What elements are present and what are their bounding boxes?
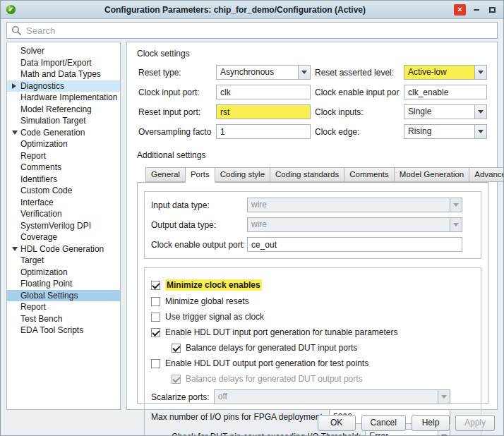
sidebar-item-hdl-optimization[interactable]: Optimization bbox=[7, 267, 120, 279]
sidebar-item-label: Math and Data Types bbox=[20, 69, 101, 79]
sidebar-item-model-referencing[interactable]: Model Referencing bbox=[7, 104, 120, 116]
settings-tabs: General Ports Coding style Coding standa… bbox=[145, 167, 488, 182]
sidebar-item-hdl-code-generation[interactable]: HDL Code Generation bbox=[7, 243, 120, 255]
tab-ports[interactable]: Ports bbox=[185, 167, 215, 183]
sidebar-item-code-generation[interactable]: Code Generation bbox=[7, 127, 120, 139]
enable-dut-output-port-label[interactable]: Enable HDL DUT output port generation fo… bbox=[165, 358, 368, 368]
use-trigger-signal-label[interactable]: Use trigger signal as clock bbox=[165, 312, 264, 322]
sidebar-item-systemverilog-dpi[interactable]: SystemVerilog DPI bbox=[7, 220, 120, 232]
minimize-global-resets-option: Minimize global resets bbox=[151, 296, 462, 306]
chevron-down-icon[interactable] bbox=[12, 131, 20, 135]
tab-general[interactable]: General bbox=[145, 167, 186, 182]
sidebar-item-eda-tool-scripts[interactable]: EDA Tool Scripts bbox=[7, 325, 120, 337]
search-icon bbox=[11, 25, 22, 36]
sidebar-item-hdl-target[interactable]: Target bbox=[7, 255, 120, 267]
balance-delays-output-option: Balance delays for generated DUT output … bbox=[172, 374, 462, 384]
sidebar-item-coverage[interactable]: Coverage bbox=[7, 231, 120, 243]
clock-inputs-value: Single bbox=[404, 105, 474, 119]
sidebar-item-test-bench[interactable]: Test Bench bbox=[7, 313, 120, 325]
use-trigger-signal-checkbox[interactable] bbox=[151, 313, 160, 322]
minimize-clock-enables-checkbox[interactable] bbox=[151, 281, 160, 290]
clock-inputs-label: Clock inputs: bbox=[315, 107, 400, 117]
search-input[interactable] bbox=[6, 22, 498, 39]
sidebar-item-global-settings[interactable]: Global Settings bbox=[7, 290, 120, 302]
close-button[interactable]: × bbox=[454, 4, 466, 16]
minimize-global-resets-checkbox[interactable] bbox=[151, 297, 160, 306]
sidebar-item-label: Comments bbox=[20, 162, 61, 172]
chevron-down-icon[interactable] bbox=[12, 247, 20, 251]
clock-inputs-dropdown-button[interactable] bbox=[474, 105, 486, 119]
sidebar-item-verification[interactable]: Verification bbox=[7, 208, 120, 220]
maximize-button[interactable] bbox=[486, 4, 498, 16]
input-data-type-label: Input data type: bbox=[151, 200, 244, 210]
minimize-clock-enables-label[interactable]: Minimize clock enables bbox=[165, 279, 262, 291]
sidebar-item-interface[interactable]: Interface bbox=[7, 197, 120, 209]
sidebar-item-label: HDL Code Generation bbox=[20, 244, 104, 254]
chevron-down-icon bbox=[478, 71, 484, 74]
balance-delays-input-checkbox[interactable] bbox=[172, 344, 181, 353]
cancel-button[interactable]: Cancel bbox=[361, 415, 406, 431]
output-data-type-label: Output data type: bbox=[151, 220, 244, 230]
clock-inputs-dropdown[interactable]: Single bbox=[404, 104, 487, 119]
sidebar-item-cg-report[interactable]: Report bbox=[7, 150, 120, 162]
reset-input-port-label: Reset input port: bbox=[138, 107, 212, 117]
sidebar-item-solver[interactable]: Solver bbox=[7, 45, 120, 57]
tab-comments[interactable]: Comments bbox=[344, 167, 395, 182]
chevron-right-icon[interactable] bbox=[12, 83, 20, 89]
reset-type-dropdown-button[interactable] bbox=[298, 66, 310, 79]
sidebar-item-floating-point[interactable]: Floating Point bbox=[7, 278, 120, 290]
clock-enable-output-port-field[interactable] bbox=[247, 237, 462, 252]
chevron-down-icon bbox=[478, 110, 484, 114]
balance-delays-input-option: Balance delays for generated DUT input p… bbox=[172, 343, 462, 353]
minimize-button[interactable] bbox=[470, 4, 482, 16]
sidebar-item-identifiers[interactable]: Identifiers bbox=[7, 174, 120, 186]
sidebar-item-hdl-report[interactable]: Report bbox=[7, 301, 120, 313]
tab-coding-style[interactable]: Coding style bbox=[215, 167, 270, 182]
enable-dut-input-port-label[interactable]: Enable HDL DUT input port generation for… bbox=[165, 327, 398, 337]
sidebar-item-diagnostics[interactable]: Diagnostics bbox=[7, 80, 120, 92]
tab-coding-standards[interactable]: Coding standards bbox=[270, 167, 344, 182]
enable-dut-input-port-checkbox[interactable] bbox=[151, 328, 160, 337]
reset-asserted-level-dropdown-button[interactable] bbox=[474, 66, 486, 79]
clock-edge-dropdown[interactable]: Rising bbox=[404, 124, 487, 139]
titlebar[interactable]: Configuration Parameters: chip_for_demo/… bbox=[1, 1, 503, 19]
balance-delays-output-label: Balance delays for generated DUT output … bbox=[186, 374, 363, 384]
sidebar-item-cg-comments[interactable]: Comments bbox=[7, 162, 120, 174]
ok-button[interactable]: OK bbox=[318, 415, 356, 431]
reset-input-port-field[interactable] bbox=[216, 104, 311, 119]
oversampling-factor-field[interactable] bbox=[216, 124, 311, 139]
chevron-down-icon bbox=[453, 223, 459, 226]
balance-delays-input-label[interactable]: Balance delays for generated DUT input p… bbox=[186, 343, 357, 353]
sidebar-item-label: SystemVerilog DPI bbox=[20, 221, 91, 231]
clock-edge-dropdown-button[interactable] bbox=[474, 125, 486, 138]
enable-dut-output-port-checkbox[interactable] bbox=[151, 359, 160, 368]
reset-asserted-level-dropdown[interactable]: Active-low bbox=[404, 65, 487, 80]
clock-input-port-field[interactable] bbox=[216, 85, 311, 99]
sidebar-item-custom-code[interactable]: Custom Code bbox=[7, 185, 120, 197]
reset-asserted-level-value: Active-low bbox=[404, 66, 474, 79]
tab-advanced[interactable]: Advanced bbox=[469, 167, 504, 182]
sidebar-item-hardware-implementation[interactable]: Hardware Implementation bbox=[7, 92, 120, 104]
sidebar-item-label: Report bbox=[20, 302, 46, 312]
minimize-global-resets-label[interactable]: Minimize global resets bbox=[165, 296, 249, 306]
sidebar-item-math-and-data-types[interactable]: Math and Data Types bbox=[7, 68, 120, 80]
sidebar-item-data-import-export[interactable]: Data Import/Export bbox=[7, 57, 120, 69]
scalarize-ports-row: Scalarize ports: off bbox=[151, 389, 450, 404]
clock-edge-value: Rising bbox=[404, 125, 474, 138]
sidebar-item-label: Report bbox=[20, 151, 46, 161]
minimize-icon bbox=[474, 9, 479, 11]
help-button[interactable]: Help bbox=[412, 415, 450, 431]
reset-type-label: Reset type: bbox=[138, 68, 212, 78]
minimize-clock-enables-option: Minimize clock enables bbox=[151, 279, 462, 291]
sidebar-item-label: EDA Tool Scripts bbox=[20, 325, 83, 335]
tab-model-generation[interactable]: Model Generation bbox=[394, 167, 469, 182]
scalarize-ports-dropdown: off bbox=[214, 389, 450, 404]
reset-asserted-level-label: Reset asserted level: bbox=[315, 68, 400, 78]
clock-enable-input-port-field[interactable] bbox=[404, 85, 487, 99]
sidebar-item-label: Simulation Target bbox=[20, 116, 86, 126]
sidebar-item-simulation-target[interactable]: Simulation Target bbox=[7, 115, 120, 127]
reset-type-dropdown[interactable]: Asynchronous bbox=[216, 65, 311, 80]
sidebar-item-label: Coverage bbox=[20, 232, 57, 242]
oversampling-factor-label: Oversampling factor: bbox=[138, 127, 212, 137]
sidebar-item-cg-optimization[interactable]: Optimization bbox=[7, 138, 120, 150]
